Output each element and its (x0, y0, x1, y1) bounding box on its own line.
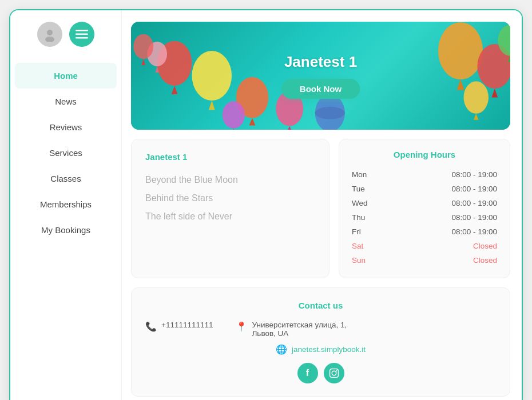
sidebar-item-memberships[interactable]: Memberships (10, 191, 121, 217)
hero-banner: Janetest 1 Book Now (131, 22, 510, 130)
hours-day: Mon (352, 170, 367, 179)
info-card-text: Beyond the Blue MoonBehind the StarsThe … (145, 171, 315, 226)
svg-point-28 (223, 101, 245, 129)
hours-day: Sun (352, 256, 366, 265)
svg-marker-27 (141, 59, 145, 65)
contact-title: Contact us (145, 301, 496, 310)
svg-point-26 (133, 34, 153, 59)
avatar[interactable] (37, 22, 62, 47)
contact-website-link[interactable]: janetest.simplybook.it (292, 345, 366, 354)
svg-point-1 (45, 37, 54, 42)
svg-marker-21 (491, 89, 498, 97)
menu-button[interactable] (69, 22, 94, 47)
address-line2: Львов, UA (252, 329, 347, 338)
hours-row: Fri08:00 - 19:00 (352, 225, 497, 239)
hours-time: 08:00 - 19:00 (451, 185, 497, 193)
svg-marker-6 (172, 86, 178, 94)
info-card-line: Beyond the Blue Moon (145, 171, 315, 189)
opening-hours-card: Opening Hours Mon08:00 - 19:00Tue08:00 -… (339, 139, 510, 278)
hours-row: SatClosed (352, 239, 497, 253)
hours-row: SunClosed (352, 253, 497, 267)
cards-row: Janetest 1 Beyond the Blue MoonBehind th… (131, 139, 510, 278)
svg-marker-12 (249, 118, 256, 125)
hero-title: Janetest 1 (281, 53, 360, 71)
sidebar-item-reviews[interactable]: Reviews (10, 114, 121, 140)
contact-card: Contact us 📞 +11111111111 📍 Университетс… (131, 287, 510, 397)
sidebar: HomeNewsReviewsServicesClassesMembership… (10, 10, 122, 400)
contact-address-item: 📍 Университетская улица, 1, Львов, UA (236, 321, 347, 338)
contact-phone: +11111111111 (161, 321, 213, 329)
hours-time: 08:00 - 19:00 (451, 227, 497, 236)
info-card: Janetest 1 Beyond the Blue MoonBehind th… (131, 139, 329, 278)
social-row: f (145, 363, 496, 383)
book-now-button[interactable]: Book Now (281, 79, 360, 99)
sidebar-item-classes[interactable]: Classes (10, 166, 121, 191)
hours-day: Thu (352, 213, 365, 222)
hero-content: Janetest 1 Book Now (281, 53, 360, 99)
hours-day: Wed (352, 199, 368, 207)
svg-point-9 (192, 51, 232, 101)
svg-point-18 (438, 22, 483, 79)
sidebar-item-my-bookings[interactable]: My Bookings (10, 217, 121, 243)
instagram-button[interactable] (324, 363, 344, 383)
svg-rect-2 (76, 30, 88, 31)
hours-day: Tue (352, 185, 365, 193)
address-line1: Университетская улица, 1, (252, 321, 347, 329)
sidebar-item-services[interactable]: Services (10, 140, 121, 166)
contact-address: Университетская улица, 1, Львов, UA (252, 321, 347, 338)
info-card-title: Janetest 1 (145, 152, 315, 162)
hours-time: 08:00 - 19:00 (451, 170, 497, 179)
hours-time: 08:00 - 19:00 (451, 199, 497, 207)
hours-day: Sat (352, 242, 363, 250)
info-card-line: Behind the Stars (145, 189, 315, 207)
svg-point-22 (463, 81, 488, 114)
contact-info: 📞 +11111111111 📍 Университетская улица, … (145, 321, 496, 338)
svg-point-16 (315, 107, 345, 119)
svg-marker-19 (457, 79, 464, 90)
hours-time: 08:00 - 19:00 (451, 213, 497, 222)
globe-icon: 🌐 (276, 344, 287, 355)
phone-icon: 📞 (145, 321, 157, 332)
sidebar-item-news[interactable]: News (10, 89, 121, 114)
svg-point-32 (336, 370, 337, 371)
svg-rect-4 (76, 37, 88, 39)
svg-marker-10 (209, 101, 215, 110)
hours-row: Mon08:00 - 19:00 (352, 167, 497, 182)
svg-rect-30 (329, 369, 338, 378)
contact-phone-item: 📞 +11111111111 (145, 321, 213, 332)
opening-hours-title: Opening Hours (352, 150, 497, 159)
hours-day: Fri (352, 227, 361, 236)
hours-row: Tue08:00 - 19:00 (352, 182, 497, 196)
svg-marker-29 (232, 129, 236, 130)
hours-time: Closed (473, 256, 497, 265)
svg-point-0 (47, 30, 53, 35)
sidebar-nav: HomeNewsReviewsServicesClassesMembership… (10, 63, 121, 243)
hours-row: Wed08:00 - 19:00 (352, 196, 497, 210)
location-icon: 📍 (236, 321, 247, 332)
contact-website-row: 🌐 janetest.simplybook.it (145, 343, 496, 355)
hours-time: Closed (473, 242, 497, 250)
main-content: Janetest 1 Book Now Janetest 1 Beyond th… (122, 10, 522, 400)
svg-point-31 (332, 371, 336, 375)
sidebar-header (37, 22, 94, 47)
svg-rect-3 (76, 34, 88, 35)
app-container: HomeNewsReviewsServicesClassesMembership… (9, 9, 523, 400)
svg-marker-23 (474, 114, 479, 120)
info-card-line: The left side of Never (145, 207, 315, 226)
svg-marker-14 (287, 126, 292, 130)
facebook-button[interactable]: f (297, 363, 318, 383)
hours-row: Thu08:00 - 19:00 (352, 210, 497, 225)
opening-hours-rows: Mon08:00 - 19:00Tue08:00 - 19:00Wed08:00… (352, 167, 497, 267)
sidebar-item-home[interactable]: Home (15, 63, 117, 89)
